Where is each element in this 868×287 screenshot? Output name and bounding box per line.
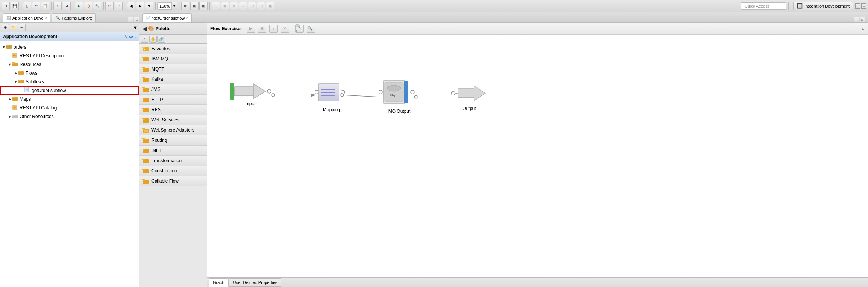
- palette-hand-btn[interactable]: ✋: [149, 36, 157, 43]
- tab-subflow[interactable]: 📄 *getOrder.subflow ×: [142, 13, 192, 22]
- tab-subflow-close[interactable]: ×: [186, 16, 188, 20]
- svg-line-68: [344, 95, 379, 97]
- tree-item-rest-catalog[interactable]: CAT REST API Catalog: [0, 103, 139, 112]
- palette-item-label: Web Services: [151, 117, 179, 123]
- palette-cursor-btn[interactable]: ↖: [141, 36, 148, 43]
- toolbar-btn-19[interactable]: ⊟: [248, 2, 256, 10]
- flow-btn-3[interactable]: ↑: [269, 25, 278, 33]
- tab-patterns-label: Patterns Explore: [61, 16, 92, 20]
- toolbar-btn-4[interactable]: 📋: [41, 2, 49, 10]
- palette-item-http[interactable]: HTTP: [139, 95, 207, 105]
- tree-toggle-other[interactable]: ▶: [8, 115, 12, 118]
- toolbar-btn-13[interactable]: ⊞: [190, 2, 199, 10]
- new-link[interactable]: New...: [124, 34, 136, 39]
- tree-item-getorder[interactable]: SF getOrder.subflow: [0, 86, 139, 95]
- tab-user-defined-properties[interactable]: User Defined Properties: [229, 278, 281, 287]
- toolbar-fwd-btn[interactable]: ▶: [136, 2, 144, 10]
- toolbar-new-btn[interactable]: 🗋: [2, 2, 10, 10]
- maximize-btn[interactable]: □: [861, 3, 866, 9]
- zoom-control[interactable]: 150% ▼: [157, 2, 177, 10]
- left-maximize-btn[interactable]: □: [134, 17, 139, 22]
- tree-item-flows[interactable]: ▶ Flows: [0, 69, 139, 77]
- tab-application-dev[interactable]: 🪟 Application Deve ×: [3, 13, 50, 22]
- toolbar-btn-6[interactable]: ⚙: [63, 2, 71, 10]
- toolbar-btn-8[interactable]: ⬡: [84, 2, 92, 10]
- tree-item-other-resources[interactable]: ▶ Other Resources: [0, 112, 139, 121]
- flow-btn-4[interactable]: ✕: [281, 25, 289, 33]
- palette-item-websphere-adapters[interactable]: WebSphere Adapters: [139, 125, 207, 135]
- integration-dev-btn[interactable]: 🔲 Integration Development: [793, 2, 853, 10]
- flow-zoom-in-btn[interactable]: 🔍+: [295, 25, 304, 33]
- left-minimize-btn[interactable]: ─: [128, 17, 133, 22]
- tree-toggle-maps[interactable]: ▶: [8, 97, 12, 101]
- toolbar-btn-10[interactable]: ↩: [105, 2, 114, 10]
- palette-item-web-services[interactable]: Web Services: [139, 115, 207, 125]
- flow-diagram-area[interactable]: Input: [207, 35, 868, 277]
- toolbar-fwd-arrow-btn[interactable]: ▼: [145, 2, 153, 10]
- toolbar-btn-5[interactable]: ✦: [53, 2, 62, 10]
- zoom-dropdown-btn[interactable]: ▼: [171, 2, 177, 10]
- tree-item-orders[interactable]: ▼ orders: [0, 43, 139, 51]
- toolbar-btn-18[interactable]: ⊕: [239, 2, 247, 10]
- minimize-btn[interactable]: ─: [855, 3, 860, 9]
- flow-node-mapping[interactable]: Mapping: [315, 80, 348, 112]
- flow-node-mq-output[interactable]: MQ MQ Output: [379, 77, 420, 114]
- flow-node-output[interactable]: Output: [451, 82, 487, 111]
- other-resources-icon: [12, 113, 18, 120]
- palette-item-mqtt[interactable]: MQTT: [139, 64, 207, 74]
- tree-toggle-flows[interactable]: ▶: [14, 71, 18, 75]
- palette-item-kafka[interactable]: Kafka: [139, 74, 207, 84]
- right-minimize-btn[interactable]: ─: [854, 17, 859, 22]
- toolbar-run-btn[interactable]: ▶: [75, 2, 83, 10]
- toolbar-btn-16[interactable]: ⊠: [221, 2, 229, 10]
- toolbar-btn-3[interactable]: ✂: [32, 2, 40, 10]
- quick-access-input[interactable]: Quick Access: [741, 2, 786, 10]
- palette-item-favorites[interactable]: ★ Favorites: [139, 44, 207, 54]
- tree-toggle-resources[interactable]: ▼: [8, 63, 12, 66]
- toolbar-btn-11[interactable]: ↩: [115, 2, 123, 10]
- flow-node-input[interactable]: Input: [230, 80, 271, 106]
- toolbar-back-btn[interactable]: ◀: [127, 2, 135, 10]
- toolbar-sep-1: [21, 2, 21, 10]
- tree-item-maps[interactable]: ▶ Maps: [0, 95, 139, 103]
- palette-item-callable-flow[interactable]: Callable Flow: [139, 176, 207, 186]
- left-tb-dropdown[interactable]: ▼: [133, 25, 138, 30]
- flow-zoom-out-btn[interactable]: 🔍-: [307, 25, 315, 33]
- toolbar-save-btn[interactable]: 💾: [11, 2, 19, 10]
- tab-appdev-close[interactable]: ×: [45, 16, 47, 20]
- left-tb-btn-1[interactable]: ⊕: [2, 24, 9, 31]
- left-tb-btn-2[interactable]: 📁: [10, 24, 17, 31]
- palette-item-rest[interactable]: REST: [139, 105, 207, 115]
- palette-item-transformation[interactable]: Transformation: [139, 156, 207, 166]
- left-tb-btn-3[interactable]: ↩: [18, 24, 26, 31]
- tab-patterns-explorer[interactable]: 🔍 Patterns Explore: [52, 13, 95, 22]
- toolbar-btn-15[interactable]: ⊡: [212, 2, 220, 10]
- toolbar-btn-9[interactable]: 🔧: [93, 2, 101, 10]
- toolbar-btn-12[interactable]: ⊕: [181, 2, 189, 10]
- toolbar-btn-21[interactable]: ▣: [266, 2, 274, 10]
- palette-item-.net[interactable]: .NET: [139, 146, 207, 156]
- palette-item-ibm-mq[interactable]: IBM MQ: [139, 54, 207, 64]
- tree-toggle-orders[interactable]: ▼: [2, 45, 6, 49]
- tree-item-resources[interactable]: ▼ Resources: [0, 60, 139, 69]
- flow-btn-1[interactable]: ▶: [247, 25, 255, 33]
- tree-item-subflows[interactable]: ▼ Subflows: [0, 77, 139, 86]
- palette-item-routing[interactable]: Routing: [139, 135, 207, 146]
- right-maximize-btn[interactable]: □: [860, 17, 865, 22]
- toolbar-btn-14[interactable]: ⊞: [199, 2, 208, 10]
- tab-graph[interactable]: Graph: [209, 278, 229, 287]
- tree-label-rest-api-desc: REST API Description: [20, 53, 64, 58]
- palette-item-jms[interactable]: JMS: [139, 84, 207, 95]
- flow-btn-2[interactable]: ⊞: [258, 25, 266, 33]
- main-content: 🪟 Application Deve × 🔍 Patterns Explore …: [0, 12, 868, 287]
- tree-toggle-subflows[interactable]: ▼: [14, 80, 18, 84]
- palette-item-construction[interactable]: Construction: [139, 166, 207, 176]
- palette-link-btn[interactable]: 🔗: [157, 36, 165, 43]
- palette-item-label: IBM MQ: [151, 56, 168, 61]
- toolbar-btn-2[interactable]: ⎘: [23, 2, 31, 10]
- toolbar-btn-20[interactable]: ⊞: [257, 2, 265, 10]
- toolbar-btn-17[interactable]: ⊗: [230, 2, 238, 10]
- tree-item-rest-api-desc[interactable]: API REST API Description: [0, 51, 139, 60]
- svg-point-85: [387, 85, 401, 91]
- palette-back-btn[interactable]: ◀: [142, 26, 147, 32]
